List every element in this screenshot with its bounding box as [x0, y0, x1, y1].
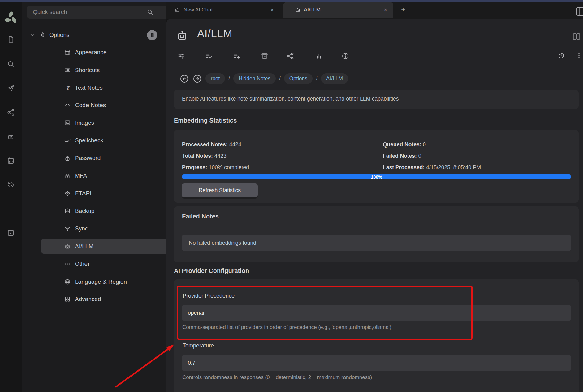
- close-icon[interactable]: ×: [269, 6, 276, 14]
- flower-icon: [64, 190, 71, 197]
- stat-total-notes: Total Notes: 4423: [182, 152, 249, 164]
- launcher-ai-chat-bot-icon[interactable]: [7, 132, 15, 140]
- sidebar-item-other[interactable]: Other: [41, 256, 184, 271]
- stat-last-processed: Last Processed: 4/15/2025, 8:05:40 PM: [383, 164, 481, 175]
- wifi-icon: [64, 225, 71, 232]
- sidebar-item-ai-llm[interactable]: AI/LLM: [41, 239, 184, 254]
- sidebar-item-label: Password: [75, 155, 101, 162]
- sidebar-item-label: Advanced: [75, 296, 101, 303]
- stat-queued-notes: Queued Notes: 0: [383, 141, 481, 152]
- search-icon[interactable]: [147, 9, 153, 15]
- bot-icon: [295, 7, 301, 13]
- embedding-statistics-heading: Embedding Statistics: [174, 117, 237, 124]
- breadcrumb-separator: /: [316, 75, 317, 82]
- lock-icon: [64, 172, 71, 179]
- basic-properties-icon[interactable]: [177, 52, 185, 60]
- launcher-note-map-graph-icon[interactable]: [7, 108, 15, 116]
- code-icon: [64, 102, 71, 109]
- refresh-statistics-button[interactable]: Refresh Statistics: [182, 183, 258, 197]
- breadcrumb-segment-root[interactable]: root: [205, 73, 225, 84]
- sidebar-item-images[interactable]: Images: [41, 115, 184, 130]
- launcher-today-calendar-star-icon[interactable]: [7, 229, 15, 237]
- stat-label: Total Notes:: [182, 153, 213, 159]
- launcher-new-note-file-icon[interactable]: [7, 35, 15, 43]
- temperature-help: Controls randomness in responses (0 = de…: [182, 374, 372, 381]
- sidebar-item-options[interactable]: Options: [25, 28, 168, 42]
- window-layout-icon[interactable]: [575, 6, 583, 17]
- sidebar-item-text-notes[interactable]: TText Notes: [41, 80, 184, 95]
- sidebar-item-mfa[interactable]: MFA: [41, 168, 184, 183]
- database-icon: [64, 208, 71, 214]
- stat-label: Processed Notes:: [182, 141, 228, 148]
- temperature-label: Temperature: [183, 342, 214, 349]
- tab-bar: New AI Chat×AI/LLM× +: [166, 2, 583, 19]
- unhoist-button[interactable]: [147, 30, 157, 40]
- stat-label: Last Processed:: [383, 164, 425, 170]
- sidebar-item-spellcheck[interactable]: Spellcheck: [41, 133, 184, 148]
- stat-label: Queued Notes:: [383, 141, 421, 148]
- search-input[interactable]: [27, 6, 181, 19]
- chevron-down-icon[interactable]: [29, 32, 35, 38]
- sidebar-item-label: Text Notes: [75, 84, 103, 91]
- close-icon[interactable]: ×: [382, 6, 389, 14]
- launcher-search-search-icon[interactable]: [7, 60, 15, 68]
- nav-back-icon[interactable]: [179, 74, 189, 84]
- toggle-right-pane-icon[interactable]: [572, 31, 581, 42]
- note-map-icon[interactable]: [286, 52, 294, 60]
- stats-left-column: Processed Notes: 4424Total Notes: 4423Pr…: [182, 141, 249, 175]
- note-paths-icon[interactable]: [261, 52, 269, 60]
- inherited-attributes-icon[interactable]: [233, 52, 241, 60]
- breadcrumb: root/Hidden Notes/Options/AI/LLM: [179, 71, 348, 86]
- sidebar-item-label: Shortcuts: [75, 67, 100, 74]
- sidebar-item-shortcuts[interactable]: Shortcuts: [41, 63, 184, 78]
- sidebar-item-password[interactable]: Password: [41, 151, 184, 166]
- note-type-bot-icon: [175, 29, 189, 42]
- note-info-icon[interactable]: [341, 52, 349, 60]
- stat-failed-notes: Failed Notes: 0: [383, 152, 481, 164]
- launcher-calendar-calendar-icon[interactable]: [7, 157, 15, 165]
- bot-icon: [174, 7, 180, 13]
- breadcrumb-segment-options[interactable]: Options: [284, 73, 313, 84]
- failed-notes-card: Failed Notes No failed embeddings found.: [174, 206, 579, 262]
- stat-label: Progress:: [182, 164, 207, 170]
- nav-forward-icon[interactable]: [192, 74, 202, 84]
- stat-processed-notes: Processed Notes: 4424: [182, 141, 249, 152]
- breadcrumb-segment-hidden-notes[interactable]: Hidden Notes: [233, 73, 276, 84]
- trilium-logo-icon: [3, 10, 18, 25]
- sidebar-item-label: Sync: [75, 225, 88, 232]
- sidebar-item-code-notes[interactable]: Code Notes: [41, 98, 184, 113]
- provider-precedence-input[interactable]: [182, 305, 571, 321]
- similar-notes-icon[interactable]: [316, 52, 324, 60]
- breadcrumb-divider: [166, 89, 583, 89]
- image-icon: [64, 119, 71, 126]
- breadcrumb-segment-ai-llm[interactable]: AI/LLM: [321, 73, 348, 84]
- keyboard-icon: [64, 67, 71, 74]
- note-title[interactable]: AI/LLM: [197, 27, 232, 40]
- sidebar-item-sync[interactable]: Sync: [41, 221, 184, 236]
- sidebar-item-language-region[interactable]: Language & Region: [41, 274, 184, 289]
- ai-enable-card: Enable AI features like note summarizati…: [174, 90, 579, 109]
- note-revisions-history-icon[interactable]: [557, 51, 565, 59]
- sidebar-item-label: AI/LLM: [75, 243, 93, 250]
- new-tab-button[interactable]: +: [401, 5, 405, 14]
- temperature-input[interactable]: [182, 355, 571, 371]
- tab-title: AI/LLM: [304, 7, 321, 13]
- sidebar-item-advanced[interactable]: Advanced: [41, 292, 184, 307]
- tab-ai-llm[interactable]: AI/LLM×: [283, 2, 393, 18]
- window-title-strip: [0, 0, 583, 2]
- sidebar-item-appearance[interactable]: Appearance: [41, 45, 184, 60]
- kebab-menu-icon[interactable]: [575, 51, 583, 59]
- tab-title: New AI Chat: [184, 7, 213, 13]
- sidebar-item-label: Spellcheck: [75, 137, 103, 144]
- stat-label: Failed Notes:: [383, 153, 417, 159]
- tab-new-ai-chat[interactable]: New AI Chat×: [168, 2, 280, 18]
- launcher-jump-to-note-send-icon[interactable]: [7, 84, 15, 92]
- owned-attributes-icon[interactable]: [205, 52, 213, 60]
- ai-provider-configuration-heading: AI Provider Configuration: [174, 267, 249, 274]
- stat-value: 100% completed: [207, 164, 249, 170]
- sidebar-item-backup[interactable]: Backup: [41, 204, 184, 218]
- failed-notes-empty-box: No failed embeddings found.: [182, 235, 571, 251]
- embedding-progress-bar: 100%: [182, 174, 571, 179]
- sidebar-item-etapi[interactable]: ETAPI: [41, 186, 184, 201]
- launcher-recent-changes-history-icon[interactable]: [7, 181, 15, 189]
